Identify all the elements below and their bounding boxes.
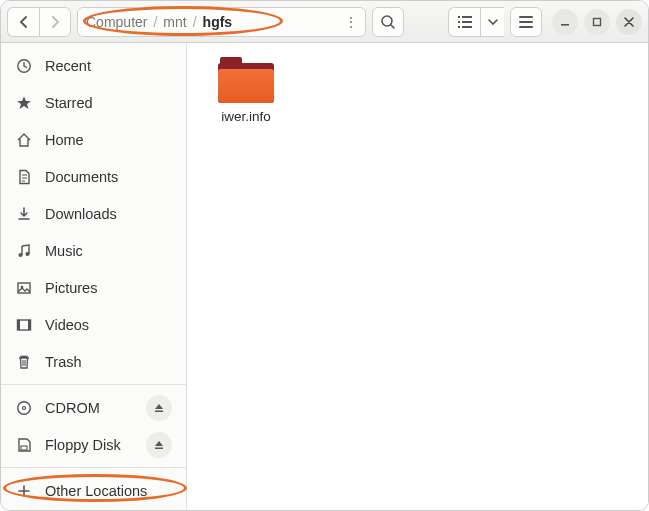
- sidebar: Recent Starred Home Documents Downloads …: [1, 43, 187, 510]
- sidebar-devices: CDROM Floppy Disk: [1, 384, 186, 467]
- folder-icon: [218, 57, 274, 103]
- svg-rect-16: [28, 320, 31, 330]
- path-segment-current[interactable]: hgfs: [199, 14, 237, 30]
- sidebar-item-music[interactable]: Music: [1, 232, 186, 269]
- sidebar-item-other-locations[interactable]: Other Locations: [1, 472, 186, 509]
- sidebar-item-label: Music: [45, 243, 83, 259]
- picture-icon: [15, 280, 33, 296]
- sidebar-item-pictures[interactable]: Pictures: [1, 269, 186, 306]
- home-icon: [15, 132, 33, 148]
- back-button[interactable]: [7, 7, 39, 37]
- svg-rect-2: [462, 16, 472, 18]
- svg-rect-8: [594, 18, 601, 25]
- hamburger-icon: [519, 16, 533, 28]
- sidebar-item-documents[interactable]: Documents: [1, 158, 186, 195]
- download-icon: [15, 206, 33, 222]
- document-icon: [15, 169, 33, 185]
- svg-rect-15: [18, 320, 21, 330]
- sidebar-item-downloads[interactable]: Downloads: [1, 195, 186, 232]
- eject-button[interactable]: [146, 395, 172, 421]
- path-menu-button[interactable]: ⋮: [341, 14, 361, 30]
- body: Recent Starred Home Documents Downloads …: [1, 43, 648, 510]
- search-button[interactable]: [372, 7, 404, 37]
- sidebar-item-trash[interactable]: Trash: [1, 343, 186, 380]
- svg-point-17: [18, 401, 31, 414]
- sidebar-item-cdrom[interactable]: CDROM: [1, 389, 186, 426]
- svg-rect-12: [18, 283, 30, 293]
- path-segment[interactable]: Computer: [82, 14, 151, 30]
- headerbar: Computer / mnt / hgfs ⋮: [1, 1, 648, 43]
- video-icon: [15, 317, 33, 333]
- floppy-icon: [15, 437, 33, 453]
- sidebar-item-label: Recent: [45, 58, 91, 74]
- sidebar-item-label: CDROM: [45, 400, 100, 416]
- sidebar-item-videos[interactable]: Videos: [1, 306, 186, 343]
- chevron-right-icon: [50, 15, 60, 29]
- svg-rect-7: [561, 24, 569, 26]
- plus-icon: [15, 484, 33, 498]
- minimize-icon: [560, 17, 570, 27]
- main-menu-button[interactable]: [510, 7, 542, 37]
- sidebar-item-label: Home: [45, 132, 84, 148]
- music-icon: [15, 243, 33, 259]
- trash-icon: [15, 354, 33, 370]
- svg-rect-21: [155, 447, 163, 449]
- folder-label: iwer.info: [201, 109, 291, 124]
- svg-point-18: [23, 406, 26, 409]
- sidebar-item-label: Videos: [45, 317, 89, 333]
- chevron-down-icon: [488, 18, 498, 26]
- sidebar-item-label: Trash: [45, 354, 82, 370]
- maximize-icon: [592, 17, 602, 27]
- svg-rect-6: [462, 26, 472, 28]
- search-icon: [380, 14, 396, 30]
- sidebar-item-label: Other Locations: [45, 483, 147, 499]
- eject-icon: [154, 403, 164, 413]
- eject-button[interactable]: [146, 432, 172, 458]
- svg-rect-3: [458, 21, 460, 23]
- content-area[interactable]: iwer.info: [187, 43, 648, 510]
- maximize-button[interactable]: [584, 9, 610, 35]
- svg-rect-20: [21, 446, 27, 450]
- sidebar-item-label: Documents: [45, 169, 118, 185]
- clock-icon: [15, 58, 33, 74]
- svg-rect-5: [458, 26, 460, 28]
- close-icon: [624, 17, 634, 27]
- path-bar[interactable]: Computer / mnt / hgfs ⋮: [77, 7, 366, 37]
- window-controls: [552, 9, 642, 35]
- sidebar-item-recent[interactable]: Recent: [1, 47, 186, 84]
- disc-icon: [15, 400, 33, 416]
- sidebar-item-floppy[interactable]: Floppy Disk: [1, 426, 186, 463]
- svg-point-11: [26, 252, 30, 256]
- sidebar-item-label: Pictures: [45, 280, 97, 296]
- sidebar-item-label: Downloads: [45, 206, 117, 222]
- sidebar-item-home[interactable]: Home: [1, 121, 186, 158]
- star-icon: [15, 95, 33, 111]
- sidebar-item-starred[interactable]: Starred: [1, 84, 186, 121]
- forward-button[interactable]: [39, 7, 71, 37]
- eject-icon: [154, 440, 164, 450]
- close-button[interactable]: [616, 9, 642, 35]
- sidebar-other: Other Locations: [1, 467, 186, 510]
- folder-item[interactable]: iwer.info: [201, 57, 291, 124]
- list-view-button[interactable]: [448, 7, 480, 37]
- sidebar-item-label: Starred: [45, 95, 93, 111]
- minimize-button[interactable]: [552, 9, 578, 35]
- svg-rect-19: [155, 410, 163, 412]
- view-controls: [448, 7, 504, 37]
- sidebar-item-label: Floppy Disk: [45, 437, 121, 453]
- nav-buttons: [7, 7, 71, 37]
- sidebar-places: Recent Starred Home Documents Downloads …: [1, 43, 186, 384]
- svg-rect-4: [462, 21, 472, 23]
- view-dropdown-button[interactable]: [480, 7, 504, 37]
- svg-rect-1: [458, 16, 460, 18]
- chevron-left-icon: [19, 15, 29, 29]
- path-segment[interactable]: mnt: [159, 14, 190, 30]
- list-icon: [457, 15, 473, 29]
